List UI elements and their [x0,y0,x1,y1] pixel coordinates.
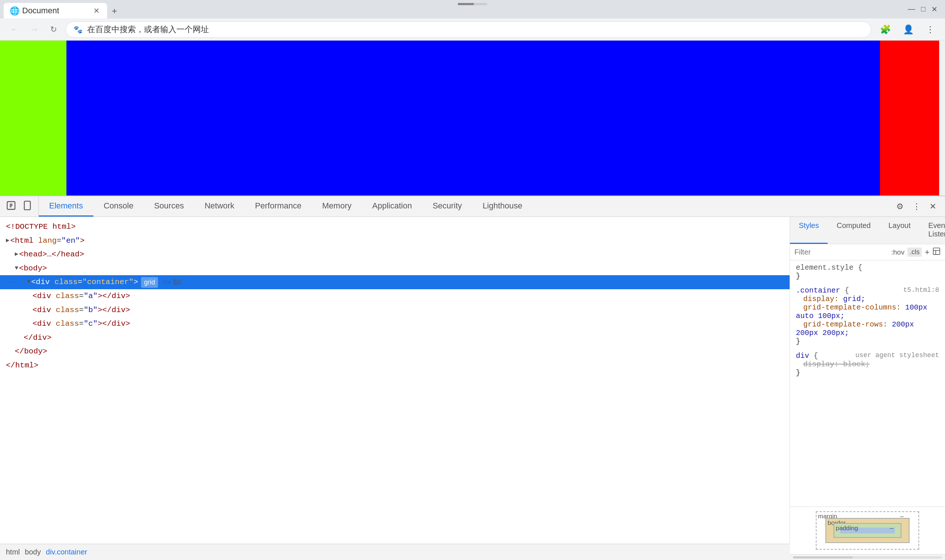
tab-elements[interactable]: Elements [39,196,93,217]
svg-rect-1 [25,201,30,209]
inspect-icon[interactable] [6,200,16,213]
close-window-button[interactable]: ✕ [931,5,937,14]
back-button[interactable]: ← [8,22,22,37]
body-close-tag: </body> [15,345,47,358]
breadcrumb-container[interactable]: div.container [46,548,87,556]
address-favicon-icon: 🐾 [74,25,83,34]
devtools-panel: Elements Console Sources Network Perform… [0,195,945,560]
styles-tab-layout[interactable]: Layout [880,217,920,244]
dom-line-div-a[interactable]: <div class = "a" ></div> [0,289,789,303]
dom-line-html[interactable]: ▶ <html lang = "en" > [0,234,789,248]
border-box: border – padding – [825,518,910,543]
device-icon[interactable] [22,200,32,213]
dom-line-body[interactable]: ▼ <body> [0,262,789,275]
div-selector: div { [796,352,818,360]
styles-tab-styles[interactable]: Styles [790,217,828,244]
prop-rows-name: grid-template-rows: [796,320,887,329]
container-tag-bracket: > [134,276,139,288]
dom-line-body-close[interactable]: </body> [0,345,789,358]
container-attr-name: class [50,276,78,288]
page-scrollbar[interactable] [939,41,945,195]
tab-performance[interactable]: Performance [245,196,312,217]
tab-network[interactable]: Network [194,196,245,217]
tab-application[interactable]: Application [362,196,422,217]
devtools-more-icon[interactable]: ⋮ [910,199,923,214]
devtools-settings-icon[interactable]: ⚙ [893,199,906,214]
dom-line-div-c[interactable]: <div class = "c" ></div> [0,317,789,331]
div-b-close: ></div> [97,304,130,317]
container-triangle[interactable]: ▼ [27,277,31,287]
dom-line-doctype[interactable]: <!DOCTYPE html> [0,220,789,234]
container-attr-eq: = [77,276,82,288]
html-attr-value: "en" [61,235,80,247]
breadcrumb-body[interactable]: body [25,548,41,556]
dom-line-container[interactable]: ··· ▼ <div class = "container" > grid ==… [0,275,789,289]
tab-memory[interactable]: Memory [312,196,362,217]
maximize-button[interactable]: □ [921,5,925,14]
styles-bottom-bar [790,554,945,560]
div-b-tag: <div [32,304,51,317]
minimize-button[interactable]: — [908,5,915,14]
styles-tabs: Styles Computed Layout Event Listeners » [790,217,945,244]
h-scrollbar[interactable] [793,556,942,558]
style-close-div: } [796,369,939,377]
tab-security[interactable]: Security [422,196,472,217]
tab-sources[interactable]: Sources [143,196,194,217]
profile-icon[interactable]: 👤 [900,22,917,38]
styles-tab-event-listeners[interactable]: Event Listeners [920,217,945,244]
styles-panel: Styles Computed Layout Event Listeners »… [790,217,945,560]
loading-bar [458,3,487,5]
doctype-text: <!DOCTYPE html> [6,221,76,233]
styles-tab-computed[interactable]: Computed [828,217,879,244]
style-source-ua: user agent stylesheet [855,352,939,359]
html-triangle[interactable]: ▶ [6,236,9,246]
breadcrumb-sep-2 [42,548,45,556]
devtools-close-icon[interactable]: ✕ [927,199,939,214]
tab-console[interactable]: Console [93,196,144,217]
tab-strip: 🌐 Document ✕ + [4,0,122,18]
menu-icon[interactable]: ⋮ [923,22,937,38]
elements-area: <!DOCTYPE html> ▶ <html lang = "en" > [0,217,790,560]
div-a-attr: class [51,290,79,303]
styles-filter-input[interactable] [794,248,888,256]
container-attr-value: "container" [82,276,134,288]
extensions-icon[interactable]: 🧩 [877,22,894,38]
styles-filter: :hov .cls + [790,244,945,260]
filter-layout-icon[interactable] [933,247,940,257]
padding-box: padding – [834,523,902,538]
head-triangle[interactable]: ▶ [15,250,18,259]
new-tab-button[interactable]: + [107,4,122,18]
forward-button[interactable]: → [27,22,42,37]
tab-close-button[interactable]: ✕ [92,5,101,17]
dom-line-div-b[interactable]: <div class = "b" ></div> [0,303,789,317]
html-attr-eq: = [57,235,62,247]
filter-cls[interactable]: .cls [907,248,922,257]
style-source-t5: t5.html:8 [903,286,939,294]
div-b-attr: class [51,304,79,317]
style-prop-display-ua: display: block; [796,360,939,369]
dom-line-div-close[interactable]: </div> [0,331,789,345]
address-input[interactable]: 🐾 在百度中搜索，或者输入一个网址 [66,22,871,38]
head-tag: <head>…</head> [19,248,84,261]
body-triangle[interactable]: ▼ [15,264,18,273]
div-b-eq: = [79,304,84,317]
refresh-button[interactable]: ↻ [47,22,60,37]
filter-plus-icon[interactable]: + [925,248,930,257]
eq-badge: == $0 [161,277,181,288]
tab-favicon-icon: 🌐 [9,6,18,15]
dots-icon[interactable]: ··· [6,277,17,287]
filter-hov[interactable]: :hov [891,248,904,256]
red-div [880,41,939,195]
blue-div [66,41,880,195]
body-tag: <body> [19,262,47,275]
html-tag-close: > [80,235,85,247]
breadcrumb-html[interactable]: html [6,548,20,556]
dom-line-html-close[interactable]: </html> [0,358,789,372]
prop-display-val: grid; [843,295,865,303]
dom-line-head[interactable]: ▶ <head>…</head> [0,248,789,262]
tab-lighthouse[interactable]: Lighthouse [472,196,533,217]
breadcrumb: html body div.container [0,544,790,560]
active-tab[interactable]: 🌐 Document ✕ [4,3,107,18]
div-b-val: "b" [84,304,98,317]
prop-display-name: display: [796,295,839,303]
